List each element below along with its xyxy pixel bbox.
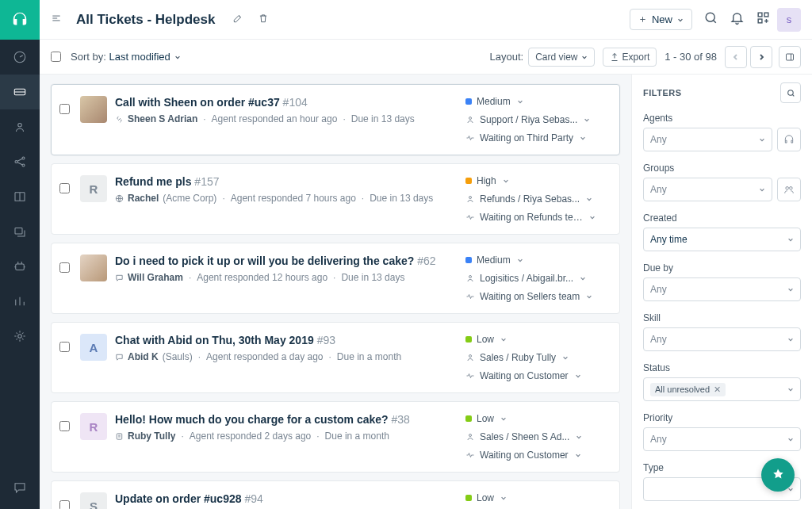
app-logo[interactable] (0, 0, 40, 40)
ticket-checkbox[interactable] (59, 342, 70, 352)
svg-point-17 (469, 276, 472, 278)
freshworks-switcher-icon[interactable] (756, 10, 771, 29)
topbar: All Tickets - Helpdesk New s (40, 0, 812, 40)
sort-dropdown[interactable]: Last modified (109, 51, 181, 63)
ticket-title[interactable]: Do i need to pick it up or will you be d… (115, 254, 465, 267)
layout-dropdown[interactable]: Card view (528, 48, 594, 67)
ticket-title[interactable]: Call with Sheen on order #uc37 #104 (115, 96, 465, 109)
nav-freshconnect[interactable] (0, 474, 40, 509)
ticket-priority-dropdown[interactable]: High (465, 175, 608, 186)
delete-view-icon[interactable] (258, 13, 269, 27)
ticket-checkbox[interactable] (59, 262, 70, 273)
ticket-status-dropdown[interactable]: Waiting on Customer (465, 370, 608, 381)
ticket-checkbox[interactable] (59, 183, 70, 193)
filter-status-select[interactable]: All unresolved✕ (643, 377, 801, 401)
ticket-priority-dropdown[interactable]: Medium (465, 96, 608, 107)
ticket-status-dropdown[interactable]: Waiting on Sellers team (465, 291, 608, 302)
svg-point-8 (18, 335, 22, 339)
filter-groups-mine-icon[interactable] (777, 178, 801, 201)
contact-avatar (80, 254, 107, 281)
filter-skill-select[interactable]: Any (643, 327, 801, 351)
nav-bots[interactable] (0, 249, 40, 284)
new-button[interactable]: New (630, 9, 692, 30)
ticket-priority-dropdown[interactable]: Low (465, 413, 608, 424)
export-button[interactable]: Export (603, 48, 657, 67)
filter-created-select[interactable]: Any time (643, 228, 801, 251)
filter-dueby-select[interactable]: Any (643, 277, 801, 301)
ticket-checkbox[interactable] (59, 421, 70, 431)
notification-icon[interactable] (730, 10, 745, 29)
company-name: (Acme Corp) (163, 193, 216, 204)
contact-avatar: R (80, 175, 107, 202)
ticket-activity: Agent responded 12 hours ago (197, 272, 327, 283)
svg-point-18 (469, 355, 472, 358)
filters-search-icon[interactable] (780, 82, 801, 103)
filter-created-label: Created (643, 212, 801, 224)
toggle-filters-button[interactable] (779, 46, 801, 68)
ticket-card[interactable]: R Refund me pls #157 Rachel (Acme Corp) … (51, 163, 620, 235)
svg-rect-11 (764, 13, 768, 17)
search-icon[interactable] (703, 10, 718, 29)
ticket-card[interactable]: R Hello! How much do you charge for a cu… (51, 401, 620, 473)
prev-page-button[interactable] (725, 46, 747, 68)
ticket-card[interactable]: Call with Sheen on order #uc37 #104 Shee… (51, 84, 620, 155)
freshchat-fab[interactable] (761, 458, 795, 492)
contact-name[interactable]: Rachel (128, 193, 159, 204)
ticket-title[interactable]: Hello! How much do you charge for a cust… (115, 413, 465, 426)
nav-admin[interactable] (0, 319, 40, 354)
ticket-assignee-dropdown[interactable]: Sales / Ruby Tully (465, 352, 608, 363)
profile-avatar[interactable]: s (777, 8, 801, 32)
ticket-priority-dropdown[interactable]: Low (465, 334, 608, 345)
ticket-status-dropdown[interactable]: Waiting on Customer (465, 450, 608, 461)
ticket-card[interactable]: A Chat with Abid on Thu, 30th May 2019 #… (51, 322, 620, 393)
filter-agents-label: Agents (643, 113, 801, 124)
ticket-assignee-dropdown[interactable]: Logisitics / Abigail.br... (465, 273, 608, 284)
nav-dashboard[interactable] (0, 40, 40, 75)
ticket-checkbox[interactable] (59, 500, 70, 509)
ticket-due: Due in 13 days (370, 193, 433, 204)
ticket-list: Call with Sheen on order #uc37 #104 Shee… (40, 75, 631, 509)
ticket-due: Due in 13 days (351, 113, 415, 124)
nav-forums[interactable] (0, 214, 40, 249)
ticket-card[interactable]: S Update on order #uc928 #94 Sara Agent … (51, 480, 620, 509)
ticket-assignee-dropdown[interactable]: Support / Riya Sebas... (465, 114, 608, 125)
ticket-activity: Agent responded a day ago (206, 351, 323, 362)
next-page-button[interactable] (750, 46, 772, 68)
select-all-checkbox[interactable] (51, 52, 61, 62)
ticket-card[interactable]: Do i need to pick it up or will you be d… (51, 243, 620, 314)
filter-agents-select[interactable]: Any (643, 128, 772, 151)
svg-rect-12 (758, 19, 762, 23)
ticket-priority-dropdown[interactable]: Medium (465, 254, 608, 266)
ticket-status-dropdown[interactable]: Waiting on Refunds team (465, 212, 608, 223)
ticket-assignee-dropdown[interactable]: Refunds / Riya Sebas... (465, 193, 608, 205)
ticket-title[interactable]: Chat with Abid on Thu, 30th May 2019 #93 (115, 334, 465, 346)
ticket-title[interactable]: Update on order #uc928 #94 (115, 492, 465, 505)
svg-rect-6 (15, 228, 22, 235)
edit-view-icon[interactable] (232, 13, 243, 27)
nav-analytics[interactable] (0, 284, 40, 319)
contact-name[interactable]: Sheen S Adrian (128, 113, 197, 124)
svg-point-24 (786, 187, 789, 190)
nav-solutions[interactable] (0, 179, 40, 214)
nav-social[interactable] (0, 144, 40, 179)
contact-name[interactable]: Ruby Tully (128, 431, 175, 442)
hamburger-icon[interactable] (51, 13, 62, 27)
status-chip[interactable]: All unresolved✕ (650, 383, 726, 396)
filter-groups-label: Groups (643, 163, 801, 174)
filter-agents-me-icon[interactable] (777, 128, 801, 151)
ticket-title[interactable]: Refund me pls #157 (115, 175, 465, 188)
svg-point-5 (22, 164, 25, 166)
ticket-checkbox[interactable] (59, 104, 70, 114)
ticket-status-dropdown[interactable]: Waiting on Third Party (465, 132, 608, 144)
ticket-assignee-dropdown[interactable]: Sales / Sheen S Ad... (465, 431, 608, 442)
nav-tickets[interactable] (0, 75, 40, 109)
filter-priority-select[interactable]: Any (643, 427, 801, 451)
toolbar: Sort by: Last modified Layout: Card view… (40, 40, 812, 75)
nav-contacts[interactable] (0, 109, 40, 144)
ticket-priority-dropdown[interactable]: Low (465, 492, 608, 503)
filter-groups-select[interactable]: Any (643, 178, 772, 201)
ticket-due: Due in 13 days (341, 272, 404, 283)
contact-name[interactable]: Will Graham (128, 272, 183, 283)
svg-point-25 (790, 187, 793, 190)
contact-name[interactable]: Abid K (128, 351, 159, 362)
